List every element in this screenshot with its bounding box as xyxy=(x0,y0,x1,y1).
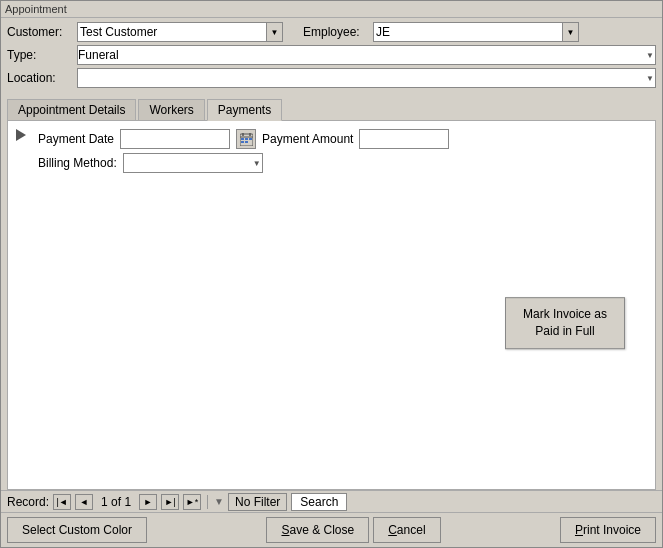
type-label: Type: xyxy=(7,48,77,62)
payment-amount-input[interactable] xyxy=(359,129,449,149)
cancel-button[interactable]: Cancel xyxy=(373,517,440,543)
calendar-button[interactable] xyxy=(236,129,256,149)
save-close-button[interactable]: Save & Close xyxy=(266,517,369,543)
form-area: Customer: ▼ Employee: ▼ Type: Funeral Lo… xyxy=(1,18,662,95)
location-label: Location: xyxy=(7,71,77,85)
type-select[interactable]: Funeral xyxy=(77,45,656,65)
type-row: Type: Funeral xyxy=(7,45,656,65)
employee-label: Employee: xyxy=(303,25,373,39)
tabs-bar: Appointment Details Workers Payments xyxy=(7,99,656,121)
separator1 xyxy=(207,495,208,509)
billing-method-row: Billing Method: xyxy=(38,153,449,173)
svg-rect-7 xyxy=(241,141,244,143)
payment-entry-row: Payment Date xyxy=(16,129,647,173)
employee-field-wrapper: ▼ xyxy=(373,22,579,42)
save-close-label: Save & Close xyxy=(281,523,354,537)
payment-date-amount-row: Payment Date xyxy=(38,129,449,149)
title-bar: Appointment xyxy=(1,1,662,18)
customer-label: Customer: xyxy=(7,25,77,39)
tab-appointment-details[interactable]: Appointment Details xyxy=(7,99,136,120)
tab-workers[interactable]: Workers xyxy=(138,99,204,120)
nav-new-button[interactable]: ►* xyxy=(183,494,201,510)
location-select-wrapper xyxy=(77,68,656,88)
appointment-window: Appointment Customer: ▼ Employee: ▼ Type… xyxy=(0,0,663,548)
customer-dropdown-btn[interactable]: ▼ xyxy=(267,22,283,42)
status-bar: Record: |◄ ◄ 1 of 1 ► ►| ►* ▼ No Filter … xyxy=(1,490,662,512)
customer-employee-row: Customer: ▼ Employee: ▼ xyxy=(7,22,656,42)
window-title: Appointment xyxy=(5,3,67,15)
customer-field-wrapper: ▼ xyxy=(77,22,283,42)
nav-first-button[interactable]: |◄ xyxy=(53,494,71,510)
payments-panel: Payment Date xyxy=(8,121,655,489)
search-button[interactable]: Search xyxy=(291,493,347,511)
location-select[interactable] xyxy=(77,68,656,88)
mark-invoice-button[interactable]: Mark Invoice as Paid in Full xyxy=(505,298,625,350)
svg-rect-8 xyxy=(245,141,248,143)
tab-content-payments: Payment Date xyxy=(7,121,656,490)
payment-amount-label: Payment Amount xyxy=(262,132,353,146)
type-select-wrapper: Funeral xyxy=(77,45,656,65)
employee-dropdown-btn[interactable]: ▼ xyxy=(563,22,579,42)
location-row: Location: xyxy=(7,68,656,88)
bottom-bar: Select Custom Color Save & Close Cancel … xyxy=(1,512,662,547)
filter-icon: ▼ xyxy=(214,496,224,507)
record-prefix: Record: xyxy=(7,495,49,509)
nav-last-button[interactable]: ►| xyxy=(161,494,179,510)
calendar-icon xyxy=(240,133,253,146)
billing-method-select[interactable] xyxy=(123,153,263,173)
nav-next-button[interactable]: ► xyxy=(139,494,157,510)
select-custom-color-button[interactable]: Select Custom Color xyxy=(7,517,147,543)
print-invoice-button[interactable]: Print Invoice xyxy=(560,517,656,543)
svg-rect-6 xyxy=(249,138,252,140)
payment-fields: Payment Date xyxy=(38,129,449,173)
svg-rect-4 xyxy=(241,138,244,140)
billing-method-select-wrapper xyxy=(123,153,263,173)
record-pointer-icon xyxy=(16,129,26,141)
payment-date-input[interactable] xyxy=(120,129,230,149)
billing-method-label: Billing Method: xyxy=(38,156,117,170)
svg-rect-5 xyxy=(245,138,248,140)
nav-prev-button[interactable]: ◄ xyxy=(75,494,93,510)
payment-date-label: Payment Date xyxy=(38,132,114,146)
no-filter-button[interactable]: No Filter xyxy=(228,493,287,511)
record-count: 1 of 1 xyxy=(101,495,131,509)
tab-payments[interactable]: Payments xyxy=(207,99,282,121)
employee-input[interactable] xyxy=(373,22,563,42)
customer-input[interactable] xyxy=(77,22,267,42)
